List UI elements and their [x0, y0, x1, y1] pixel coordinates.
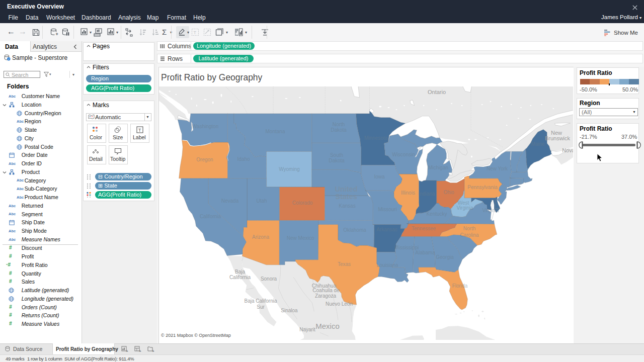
svg-text:Alabama: Alabama	[415, 250, 435, 255]
svg-text:Michigan: Michigan	[428, 165, 448, 170]
svg-text:Nova: Nova	[562, 147, 573, 153]
svg-text:Louisiana: Louisiana	[377, 262, 398, 268]
svg-text:Dakota: Dakota	[331, 127, 347, 133]
svg-text:New York: New York	[487, 166, 508, 171]
svg-text:North: North	[333, 122, 345, 127]
svg-text:Nayarit: Nayarit	[299, 327, 315, 332]
svg-text:Nevada: Nevada	[221, 198, 239, 204]
svg-text:Arkansas: Arkansas	[376, 227, 397, 232]
svg-text:T: T	[138, 128, 141, 133]
svg-text:California: California	[200, 214, 221, 219]
svg-text:Georgia: Georgia	[436, 254, 454, 260]
svg-text:Minnesota: Minnesota	[364, 135, 388, 141]
svg-text:Baja California: Baja California	[244, 298, 277, 304]
svg-text:Sinaloa: Sinaloa	[281, 308, 298, 313]
svg-text:Ontario: Ontario	[428, 89, 446, 95]
svg-text:Sonora: Sonora	[261, 276, 277, 282]
svg-text:Brunswick: Brunswick	[545, 135, 571, 141]
svg-text:Florida: Florida	[452, 283, 468, 289]
svg-text:+: +	[152, 349, 154, 353]
svg-text:T: T	[194, 30, 197, 35]
svg-text:Ohio: Ohio	[443, 190, 454, 195]
svg-text:Wisconsin: Wisconsin	[392, 152, 415, 157]
svg-text:Oklahoma: Oklahoma	[343, 227, 366, 233]
svg-text:Idaho: Idaho	[237, 156, 250, 162]
svg-text:+: +	[139, 349, 141, 353]
svg-text:Carolina: Carolina	[460, 232, 479, 238]
svg-text:Coahuila de: Coahuila de	[312, 288, 340, 293]
svg-text:Baja: Baja	[235, 269, 245, 275]
svg-text:States: States	[335, 193, 357, 201]
svg-text:Colorado: Colorado	[292, 200, 313, 206]
svg-text:Zaragoza: Zaragoza	[315, 293, 337, 299]
svg-text:Wyoming: Wyoming	[279, 166, 300, 172]
svg-text:Montana: Montana	[266, 129, 285, 134]
svg-text:North: North	[463, 226, 475, 231]
svg-text:+: +	[126, 349, 128, 353]
svg-text:+: +	[56, 32, 58, 37]
svg-text:California: California	[229, 275, 251, 280]
svg-text:Mexico: Mexico	[315, 322, 340, 330]
svg-text:© 2021 Mapbox © OpenStreetMap: © 2021 Mapbox © OpenStreetMap	[161, 333, 231, 338]
svg-text:Iowa: Iowa	[374, 174, 385, 179]
svg-text:Virginia: Virginia	[456, 205, 473, 211]
svg-text:South: South	[330, 152, 343, 158]
svg-text:Texas: Texas	[338, 261, 351, 267]
svg-text:Virginia: Virginia	[482, 208, 499, 213]
svg-text:Sur: Sur	[257, 304, 265, 310]
svg-text:Kentucky: Kentucky	[426, 211, 447, 217]
svg-text:Indiana: Indiana	[419, 191, 435, 197]
svg-text:Maine: Maine	[531, 141, 545, 147]
svg-text:Arizona: Arizona	[252, 234, 269, 240]
svg-text:Tennessee: Tennessee	[412, 226, 436, 231]
svg-text:Illinois: Illinois	[401, 190, 415, 196]
svg-text:Utah: Utah	[256, 198, 267, 204]
svg-text:Washington: Washington	[192, 124, 218, 129]
svg-text:Oregon: Oregon	[196, 157, 213, 162]
svg-text:Nuevo León: Nuevo León	[326, 301, 353, 307]
svg-text:Dakota: Dakota	[329, 158, 345, 163]
svg-text:Kansas: Kansas	[339, 203, 355, 209]
svg-text:Missouri: Missouri	[378, 207, 396, 212]
svg-text:New Mexico: New Mexico	[287, 235, 314, 241]
svg-text:Pennsylvania: Pennsylvania	[467, 185, 498, 190]
